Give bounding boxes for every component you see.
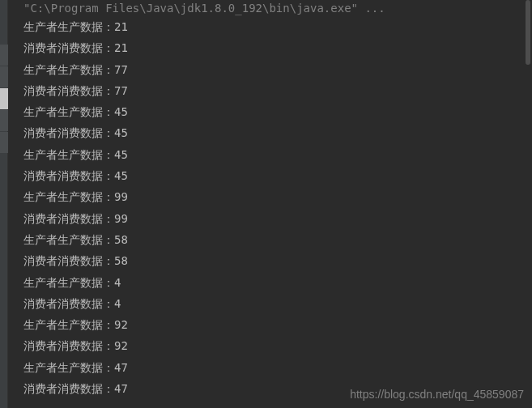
output-value: 99	[114, 190, 128, 203]
output-value: 99	[114, 212, 128, 225]
output-line: 消费者消费数据：4	[23, 293, 532, 314]
consumer-label: 消费者消费数据：	[23, 212, 114, 225]
producer-label: 生产者生产数据：	[23, 148, 114, 161]
producer-label: 生产者生产数据：	[23, 20, 114, 33]
output-value: 45	[114, 126, 128, 139]
sidebar-tool-icon[interactable]	[0, 88, 8, 109]
producer-label: 生产者生产数据：	[23, 63, 114, 76]
output-line: 消费者消费数据：99	[23, 208, 532, 229]
output-value: 92	[114, 339, 128, 352]
output-line: 消费者消费数据：21	[23, 37, 532, 58]
output-line: 消费者消费数据：77	[23, 80, 532, 101]
output-line: 生产者生产数据：58	[23, 229, 532, 250]
output-value: 77	[114, 84, 128, 97]
sidebar-tool-icon[interactable]	[0, 66, 8, 87]
output-lines-container: 生产者生产数据：21消费者消费数据：21生产者生产数据：77消费者消费数据：77…	[23, 16, 532, 399]
consumer-label: 消费者消费数据：	[23, 169, 114, 182]
output-value: 4	[114, 297, 121, 310]
output-value: 45	[114, 105, 128, 118]
consumer-label: 消费者消费数据：	[23, 84, 114, 97]
console-output[interactable]: "C:\Program Files\Java\jdk1.8.0_192\bin\…	[9, 0, 532, 408]
output-line: 生产者生产数据：77	[23, 59, 532, 80]
output-value: 45	[114, 148, 128, 161]
sidebar-tool-icon[interactable]	[0, 45, 8, 66]
output-value: 4	[114, 276, 121, 289]
producer-label: 生产者生产数据：	[23, 233, 114, 246]
vertical-scrollbar[interactable]	[526, 0, 530, 408]
output-line: 消费者消费数据：45	[23, 165, 532, 186]
output-value: 21	[114, 41, 128, 54]
output-value: 47	[114, 361, 128, 374]
consumer-label: 消费者消费数据：	[23, 297, 114, 310]
watermark-text: https://blog.csdn.net/qq_45859087	[350, 388, 524, 401]
consumer-label: 消费者消费数据：	[23, 382, 114, 395]
output-line: 生产者生产数据：45	[23, 101, 532, 122]
output-value: 21	[114, 20, 128, 33]
output-line: 生产者生产数据：4	[23, 272, 532, 293]
output-value: 77	[114, 63, 128, 76]
output-line: 生产者生产数据：99	[23, 186, 532, 207]
producer-label: 生产者生产数据：	[23, 361, 114, 374]
output-value: 47	[114, 382, 128, 395]
output-line: 生产者生产数据：92	[23, 314, 532, 335]
consumer-label: 消费者消费数据：	[23, 126, 114, 139]
sidebar-tool-icon[interactable]	[0, 132, 8, 153]
producer-label: 生产者生产数据：	[23, 318, 114, 331]
producer-label: 生产者生产数据：	[23, 276, 114, 289]
output-value: 58	[114, 233, 128, 246]
consumer-label: 消费者消费数据：	[23, 41, 114, 54]
scrollbar-thumb[interactable]	[526, 0, 530, 65]
output-line: 生产者生产数据：45	[23, 144, 532, 165]
output-line: 生产者生产数据：21	[23, 16, 532, 37]
sidebar-tool-icon[interactable]	[0, 110, 8, 131]
consumer-label: 消费者消费数据：	[23, 254, 114, 267]
tool-sidebar	[0, 0, 8, 408]
output-line: 消费者消费数据：58	[23, 250, 532, 271]
output-line: 生产者生产数据：47	[23, 357, 532, 378]
sidebar-icon-group	[0, 45, 8, 154]
output-value: 45	[114, 169, 128, 182]
producer-label: 生产者生产数据：	[23, 190, 114, 203]
consumer-label: 消费者消费数据：	[23, 339, 114, 352]
output-line: 消费者消费数据：45	[23, 122, 532, 143]
output-value: 92	[114, 318, 128, 331]
output-line: 消费者消费数据：92	[23, 335, 532, 356]
producer-label: 生产者生产数据：	[23, 105, 114, 118]
command-line: "C:\Program Files\Java\jdk1.8.0_192\bin\…	[23, 0, 532, 16]
output-value: 58	[114, 254, 128, 267]
